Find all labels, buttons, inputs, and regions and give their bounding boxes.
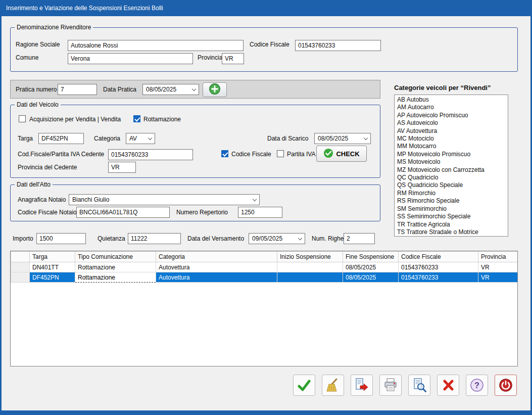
cell-inizio-sospensione[interactable]	[277, 262, 343, 272]
cedente-label: Cod.Fiscale/Partita IVA Cedente	[18, 151, 104, 158]
green-check-icon	[297, 378, 312, 393]
row-selector[interactable]	[11, 272, 30, 283]
pratica-numero-field[interactable]	[58, 84, 97, 95]
data-pratica-dropdown[interactable]: 08/05/2025	[142, 84, 199, 95]
list-item[interactable]: QS Quadriciclo Speciale	[395, 181, 508, 189]
num-righe-field[interactable]	[344, 233, 375, 244]
categoria-label: Categoria	[94, 135, 120, 142]
svg-text:?: ?	[474, 381, 479, 390]
group-title: Denominazione Rivenditore	[15, 24, 93, 31]
targa-label: Targa	[18, 135, 33, 142]
anagrafica-notaio-label: Anagrafica Notaio	[18, 196, 66, 203]
check-button[interactable]: CHECK	[316, 146, 367, 162]
categorie-title: Categorie veicoli per “Rivendi”	[394, 84, 491, 91]
preview-button[interactable]	[408, 375, 430, 396]
provincia-field[interactable]	[222, 53, 244, 64]
numero-repertorio-field[interactable]	[238, 207, 282, 218]
cell-tipo-comunicazione[interactable]: Rottamazione	[75, 262, 156, 272]
cell-categoria[interactable]: Autovettura	[156, 262, 277, 272]
cell-categoria[interactable]: Autovettura	[156, 272, 277, 283]
list-item[interactable]: MZ Motoveicolo con Carrozzetta	[395, 166, 508, 174]
cell-inizio-sospensione[interactable]	[277, 272, 343, 283]
list-item[interactable]: MP Motoveicolo Promiscuo	[395, 151, 508, 158]
cell-codice-fiscale[interactable]: 01543760233	[399, 262, 478, 272]
codice-fiscale-notaio-field[interactable]	[76, 207, 170, 218]
list-item[interactable]: SM Semirimorchio	[395, 205, 508, 213]
categoria-dropdown[interactable]: AV	[126, 133, 155, 144]
partita-iva-checkbox[interactable]	[277, 150, 284, 157]
targa-field[interactable]	[38, 133, 84, 144]
question-mark-icon: ?	[469, 378, 485, 393]
column-header-targa[interactable]: Targa	[30, 252, 75, 262]
clean-button[interactable]	[322, 375, 344, 396]
list-item[interactable]: AS Autoveicolo	[395, 119, 508, 127]
confirm-button[interactable]	[293, 375, 315, 396]
acquisizione-vendita-checkbox[interactable]	[19, 115, 26, 122]
cell-tipo-comunicazione-current[interactable]: Rottamazione	[75, 272, 156, 283]
list-item[interactable]: AV Autovettura	[395, 127, 508, 135]
comune-field[interactable]	[68, 53, 193, 64]
table-row-selected[interactable]: DF452PN Rottamazione Autovettura 08/05/2…	[11, 272, 518, 283]
pratica-numero-label: Pratica numero	[16, 86, 57, 93]
list-item[interactable]: RS Rimorchio Speciale	[395, 197, 508, 205]
list-item[interactable]: MM Motocarro	[395, 143, 508, 150]
codice-fiscale-field[interactable]	[295, 40, 381, 51]
data-versamento-label: Data del Versamento	[187, 235, 244, 242]
cell-codice-fiscale[interactable]: 01543760233	[399, 272, 478, 283]
group-dati-veicolo: Dati del Veicolo Acquisizione per Vendit…	[10, 105, 380, 178]
column-header-selector[interactable]	[11, 252, 30, 262]
cell-provincia[interactable]: VR	[478, 272, 518, 283]
importo-field[interactable]	[36, 233, 86, 244]
data-versamento-dropdown[interactable]: 09/05/2025	[249, 233, 305, 244]
codice-fiscale-checkbox[interactable]	[221, 150, 228, 157]
cell-targa[interactable]: DN401TT	[30, 262, 75, 272]
ragione-sociale-field[interactable]	[68, 40, 244, 51]
list-item[interactable]: AP Autoveicolo Promiscuo	[395, 112, 508, 119]
cell-fine-sospensione[interactable]: 08/05/2025	[343, 262, 399, 272]
table-row[interactable]: DN401TT Rottamazione Autovettura 08/05/2…	[11, 262, 518, 272]
group-title: Dati del Veicolo	[15, 101, 61, 108]
list-item[interactable]: AB Autobus	[395, 96, 508, 104]
app-window: Inserimento e Variazione delle Sospensio…	[0, 0, 532, 415]
partita-iva-check-label: Partita IVA	[287, 151, 315, 158]
cell-provincia[interactable]: VR	[478, 262, 518, 272]
column-header-categoria[interactable]: Categoria	[156, 252, 277, 262]
print-button[interactable]	[379, 375, 402, 396]
help-button[interactable]: ?	[466, 375, 488, 396]
column-header-codice-fiscale[interactable]: Codice Fiscale	[399, 252, 478, 262]
broom-icon	[325, 378, 341, 393]
data-scarico-dropdown[interactable]: 08/05/2025	[314, 133, 371, 144]
anagrafica-notaio-value: Bianchi Giulio	[72, 196, 109, 203]
add-pratica-button[interactable]	[203, 82, 227, 97]
provincia-cedente-label: Provincia del Cedente	[18, 164, 77, 171]
column-header-fine-sospensione[interactable]: Fine Sospensione	[343, 252, 399, 262]
provincia-cedente-field[interactable]	[108, 162, 136, 173]
column-header-provincia[interactable]: Provincia	[478, 252, 518, 262]
delete-button[interactable]	[437, 375, 459, 396]
list-item[interactable]: MS Motoveicolo	[395, 158, 508, 166]
anagrafica-notaio-dropdown[interactable]: Bianchi Giulio	[69, 194, 260, 205]
printer-icon	[383, 378, 398, 393]
list-item[interactable]: SS Semirimorchio Speciale	[395, 213, 508, 220]
list-item[interactable]: TS Trattore Stradale o Motrice	[395, 228, 508, 236]
list-item[interactable]: MC Motociclo	[395, 135, 508, 143]
acquisizione-vendita-label: Acquisizione per Vendita | Vendita	[29, 116, 121, 123]
column-header-inizio-sospensione[interactable]: Inizio Sospensione	[277, 252, 343, 262]
numero-repertorio-label: Numero Repertorio	[176, 209, 228, 216]
row-selector[interactable]	[11, 262, 30, 272]
rottamazione-checkbox[interactable]	[133, 115, 140, 122]
list-item[interactable]: AM Autocarro	[395, 104, 508, 111]
list-item[interactable]: QC Quadriciclo	[395, 174, 508, 181]
export-button[interactable]	[351, 375, 373, 396]
sospensioni-grid[interactable]: Targa Tipo Comunicazione Categoria Inizi…	[10, 251, 518, 366]
column-header-tipo-comunicazione[interactable]: Tipo Comunicazione	[75, 252, 156, 262]
cell-fine-sospensione[interactable]: 08/05/2025	[343, 272, 399, 283]
cedente-field[interactable]	[108, 149, 193, 160]
cell-targa[interactable]: DF452PN	[30, 272, 75, 283]
list-item[interactable]: TR Trattice Agricola	[395, 221, 508, 228]
list-item[interactable]: RM Rimorchio	[395, 190, 508, 197]
exit-button[interactable]	[495, 375, 517, 396]
document-search-icon	[412, 378, 427, 393]
categorie-listbox[interactable]: AB Autobus AM Autocarro AP Autoveicolo P…	[394, 95, 508, 237]
quietanza-field[interactable]	[128, 233, 181, 244]
